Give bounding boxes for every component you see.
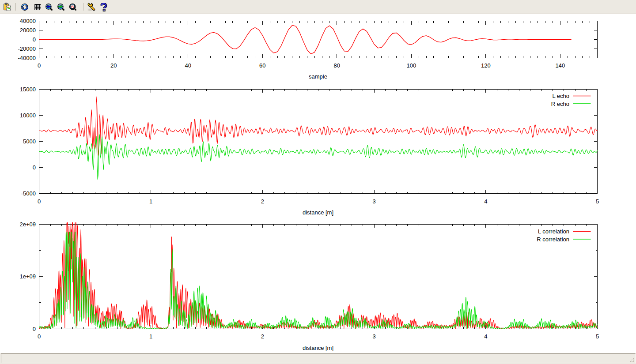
svg-text:10000: 10000 <box>20 112 36 119</box>
svg-text:140: 140 <box>555 62 565 69</box>
svg-text:5: 5 <box>596 198 599 205</box>
svg-text:15000: 15000 <box>20 86 36 93</box>
svg-text:R correlation: R correlation <box>537 236 569 243</box>
svg-text:0: 0 <box>33 36 36 43</box>
svg-text:5: 5 <box>596 333 599 340</box>
svg-text:-20000: -20000 <box>18 45 36 52</box>
svg-text:R echo: R echo <box>551 101 569 107</box>
svg-text:-5000: -5000 <box>21 190 36 197</box>
svg-text:sample: sample <box>309 73 327 80</box>
svg-text:L echo: L echo <box>552 93 569 99</box>
svg-text:2: 2 <box>261 198 264 205</box>
svg-text:80: 80 <box>334 62 340 69</box>
svg-text:120: 120 <box>481 62 491 69</box>
svg-text:40: 40 <box>185 62 191 69</box>
svg-text:2e+09: 2e+09 <box>19 221 36 228</box>
svg-text:1: 1 <box>149 198 152 205</box>
svg-text:L correlation: L correlation <box>538 228 569 235</box>
svg-text:0: 0 <box>38 198 41 205</box>
svg-text:4: 4 <box>484 333 487 340</box>
svg-text:distance [m]: distance [m] <box>303 345 333 351</box>
svg-text:3: 3 <box>372 198 375 205</box>
svg-text:40000: 40000 <box>20 18 36 24</box>
svg-text:2: 2 <box>261 333 264 340</box>
svg-text:1: 1 <box>149 333 152 340</box>
svg-text:100: 100 <box>406 62 416 69</box>
svg-text:0: 0 <box>38 333 41 340</box>
svg-text:5000: 5000 <box>23 138 36 145</box>
svg-text:20: 20 <box>110 62 117 69</box>
svg-text:distance [m]: distance [m] <box>303 209 333 216</box>
svg-text:20000: 20000 <box>20 27 36 34</box>
svg-text:4: 4 <box>484 198 487 205</box>
svg-text:1e+09: 1e+09 <box>19 273 36 280</box>
svg-text:0: 0 <box>38 62 41 69</box>
svg-text:0: 0 <box>33 326 36 332</box>
svg-text:-40000: -40000 <box>18 55 36 61</box>
svg-text:0: 0 <box>33 164 36 171</box>
svg-text:3: 3 <box>372 333 375 340</box>
svg-text:60: 60 <box>259 62 265 69</box>
